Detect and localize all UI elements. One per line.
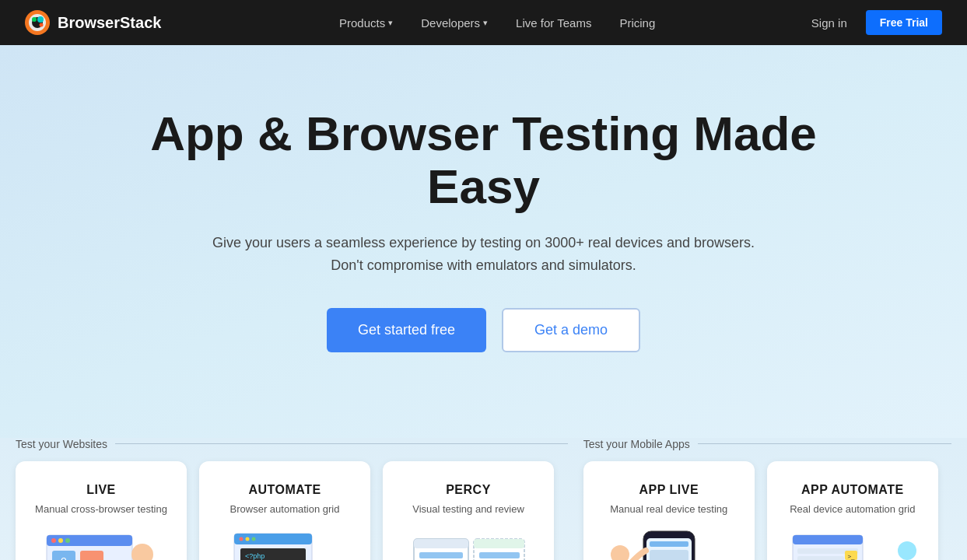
svg-point-16: [131, 544, 153, 560]
hero-subtitle-line2: Don't compromise with emulators and simu…: [331, 257, 636, 273]
svg-point-10: [65, 538, 70, 543]
mobile-cards-row: APP LIVE Manual real device testing: [583, 461, 951, 560]
products-grid: Test your Websites LIVE Manual cross-bro…: [16, 438, 951, 560]
automate-illustration: <?php $browser = new WebDriver: [219, 527, 351, 560]
hero-cta-buttons: Get started free Get a demo: [16, 308, 951, 352]
svg-point-59: [611, 545, 629, 560]
mobile-testing-group: Test your Mobile Apps APP LIVE Manual re…: [583, 438, 951, 560]
app-live-card-subtitle: Manual real device testing: [610, 503, 727, 515]
hero-subtitle-line1: Give your users a seamless experience by…: [212, 235, 755, 250]
mobile-section-header: Test your Mobile Apps: [583, 438, 951, 450]
app-automate-card-title: APP AUTOMATE: [801, 483, 904, 497]
logo-icon: [25, 10, 50, 35]
website-divider: [115, 443, 568, 444]
svg-point-5: [40, 23, 44, 27]
svg-rect-38: [414, 539, 468, 548]
automate-card-subtitle: Browser automation grid: [230, 503, 340, 515]
percy-illustration: [402, 527, 534, 560]
app-automate-card[interactable]: APP AUTOMATE Real device automation grid: [767, 461, 938, 560]
mobile-group-label: Test your Mobile Apps: [583, 438, 690, 450]
app-automate-illustration: >_: [787, 527, 919, 560]
automate-card[interactable]: AUTOMATE Browser automation grid: [199, 461, 370, 560]
percy-card-subtitle: Visual testing and review: [412, 503, 524, 515]
hero-title: App & Browser Testing Made Easy: [134, 107, 834, 213]
get-demo-button[interactable]: Get a demo: [502, 308, 640, 352]
nav-pricing[interactable]: Pricing: [607, 10, 667, 36]
app-live-card[interactable]: APP LIVE Manual real device testing: [583, 461, 755, 560]
svg-rect-63: [793, 535, 863, 544]
svg-rect-39: [419, 552, 463, 558]
products-chevron-icon: ▾: [388, 18, 393, 28]
brand-logo[interactable]: BrowserStack: [25, 10, 161, 35]
live-card-subtitle: Manual cross-browser testing: [35, 503, 167, 515]
svg-text:>_: >_: [847, 553, 855, 560]
svg-point-23: [246, 537, 250, 541]
svg-point-77: [898, 541, 916, 560]
nav-developers[interactable]: Developers ▾: [408, 10, 500, 36]
navbar-actions: Sign in Free Trial: [802, 10, 942, 36]
svg-rect-54: [650, 541, 688, 547]
svg-rect-44: [474, 539, 524, 548]
mobile-divider: [698, 443, 951, 444]
svg-text:e: e: [61, 554, 67, 560]
products-section: Test your Websites LIVE Manual cross-bro…: [0, 438, 967, 560]
app-live-card-title: APP LIVE: [639, 483, 699, 497]
brand-name: BrowserStack: [58, 14, 161, 32]
svg-point-9: [58, 538, 63, 543]
percy-card[interactable]: PERCY Visual testing and review: [383, 461, 554, 560]
website-cards-row: LIVE Manual cross-browser testing: [16, 461, 568, 560]
sign-in-button[interactable]: Sign in: [802, 10, 857, 36]
navbar: BrowserStack Products ▾ Developers ▾ Liv…: [0, 0, 967, 45]
svg-point-24: [252, 537, 256, 541]
get-started-button[interactable]: Get started free: [327, 308, 486, 352]
nav-links: Products ▾ Developers ▾ Live for Teams P…: [192, 10, 801, 36]
svg-point-4: [32, 17, 37, 22]
developers-chevron-icon: ▾: [483, 18, 488, 28]
hero-subtitle: Give your users a seamless experience by…: [16, 232, 951, 277]
hero-section: App & Browser Testing Made Easy Give you…: [0, 45, 967, 438]
svg-point-3: [37, 16, 44, 23]
live-card-title: LIVE: [86, 483, 116, 497]
app-automate-card-subtitle: Real device automation grid: [790, 503, 915, 515]
free-trial-button[interactable]: Free Trial: [866, 10, 942, 35]
svg-rect-13: [80, 551, 103, 560]
live-card[interactable]: LIVE Manual cross-browser testing: [16, 461, 187, 560]
percy-card-title: PERCY: [446, 483, 491, 497]
website-testing-group: Test your Websites LIVE Manual cross-bro…: [16, 438, 568, 560]
svg-point-22: [240, 537, 244, 541]
svg-rect-55: [650, 550, 688, 560]
svg-text:<?php: <?php: [245, 552, 265, 560]
automate-card-title: AUTOMATE: [248, 483, 321, 497]
app-live-illustration: BS: [603, 527, 735, 560]
svg-point-8: [51, 538, 56, 543]
live-illustration: e: [35, 527, 167, 560]
website-section-header: Test your Websites: [16, 438, 568, 450]
svg-rect-65: [797, 556, 844, 560]
svg-rect-45: [479, 552, 520, 558]
nav-live-for-teams[interactable]: Live for Teams: [503, 10, 604, 36]
nav-products[interactable]: Products ▾: [327, 10, 405, 36]
website-group-label: Test your Websites: [16, 438, 107, 450]
